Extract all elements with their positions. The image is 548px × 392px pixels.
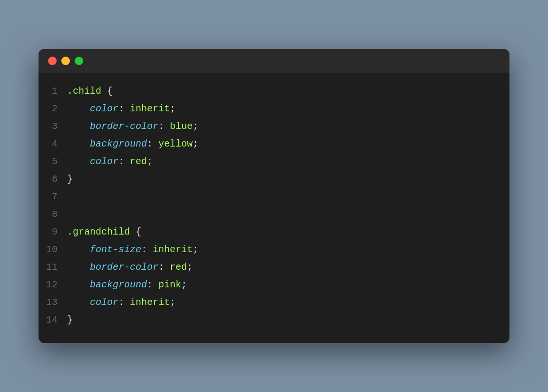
code-editor-window: 1.child {2 color: inherit;3 border-color… — [39, 49, 509, 343]
value-token: pink — [158, 279, 181, 290]
semicolon-token: ; — [170, 297, 176, 308]
property-token: border-color — [67, 262, 158, 273]
line-number: 11 — [39, 258, 67, 276]
code-line: 12 background: pink; — [39, 276, 509, 294]
semicolon-token: ; — [170, 103, 176, 114]
close-button[interactable] — [48, 57, 57, 65]
line-content: .child { — [67, 82, 113, 100]
colon-token: : — [141, 244, 153, 255]
colon-token: : — [158, 121, 170, 132]
semicolon-token: ; — [147, 156, 153, 167]
line-content: background: yellow; — [67, 135, 198, 153]
value-token: yellow — [158, 138, 193, 149]
line-number: 5 — [39, 153, 67, 170]
property-token: background — [67, 138, 147, 149]
titlebar — [39, 49, 509, 73]
code-line: 1.child { — [39, 82, 509, 100]
line-number: 10 — [39, 241, 67, 258]
brace-token: { — [101, 86, 113, 97]
line-number: 13 — [39, 294, 67, 311]
property-token: font-size — [67, 244, 141, 255]
semicolon-token: ; — [181, 279, 187, 290]
value-token: blue — [170, 121, 193, 132]
value-token: inherit — [153, 244, 193, 255]
code-line: 6} — [39, 170, 509, 188]
line-content: border-color: blue; — [67, 118, 198, 135]
property-token: background — [67, 279, 147, 290]
property-token: border-color — [67, 121, 158, 132]
code-line: 4 background: yellow; — [39, 135, 509, 153]
line-content: color: red; — [67, 153, 153, 170]
line-content: border-color: red; — [67, 258, 193, 276]
line-content: background: pink; — [67, 276, 187, 294]
line-number: 6 — [39, 170, 67, 188]
code-line: 11 border-color: red; — [39, 258, 509, 276]
line-content: } — [67, 311, 73, 329]
line-content: font-size: inherit; — [67, 241, 198, 258]
semicolon-token: ; — [193, 121, 198, 132]
brace-token: { — [130, 226, 141, 237]
semicolon-token: ; — [193, 244, 198, 255]
line-number: 12 — [39, 276, 67, 294]
code-line: 13 color: inherit; — [39, 294, 509, 311]
value-token: inherit — [130, 297, 170, 308]
brace-token: } — [67, 174, 73, 185]
code-line: 14} — [39, 311, 509, 329]
value-token: inherit — [130, 103, 170, 114]
line-number: 4 — [39, 135, 67, 153]
property-token: color — [67, 297, 118, 308]
minimize-button[interactable] — [61, 57, 70, 65]
colon-token: : — [118, 103, 130, 114]
code-area: 1.child {2 color: inherit;3 border-color… — [39, 73, 509, 343]
line-number: 2 — [39, 100, 67, 118]
line-content: } — [67, 170, 73, 188]
colon-token: : — [158, 262, 170, 273]
code-line: 10 font-size: inherit; — [39, 241, 509, 258]
colon-token: : — [118, 297, 130, 308]
semicolon-token: ; — [193, 138, 198, 149]
line-content: .grandchild { — [67, 223, 141, 241]
property-token: color — [67, 156, 118, 167]
colon-token: : — [147, 138, 158, 149]
line-number: 3 — [39, 118, 67, 135]
brace-token: } — [67, 314, 73, 325]
code-line: 3 border-color: blue; — [39, 118, 509, 135]
line-number: 9 — [39, 223, 67, 241]
code-line: 2 color: inherit; — [39, 100, 509, 118]
line-content: color: inherit; — [67, 294, 176, 311]
colon-token: : — [118, 156, 130, 167]
code-line: 7 — [39, 188, 509, 206]
line-number: 7 — [39, 188, 67, 206]
line-content: color: inherit; — [67, 100, 176, 118]
selector-token: .grandchild — [67, 226, 130, 237]
code-line: 5 color: red; — [39, 153, 509, 170]
value-token: red — [170, 262, 187, 273]
selector-token: .child — [67, 86, 101, 97]
value-token: red — [130, 156, 147, 167]
maximize-button[interactable] — [75, 57, 83, 65]
line-number: 1 — [39, 82, 67, 100]
line-number: 14 — [39, 311, 67, 329]
line-number: 8 — [39, 206, 67, 223]
property-token: color — [67, 103, 118, 114]
colon-token: : — [147, 279, 158, 290]
code-line: 8 — [39, 206, 509, 223]
code-line: 9.grandchild { — [39, 223, 509, 241]
semicolon-token: ; — [187, 262, 193, 273]
